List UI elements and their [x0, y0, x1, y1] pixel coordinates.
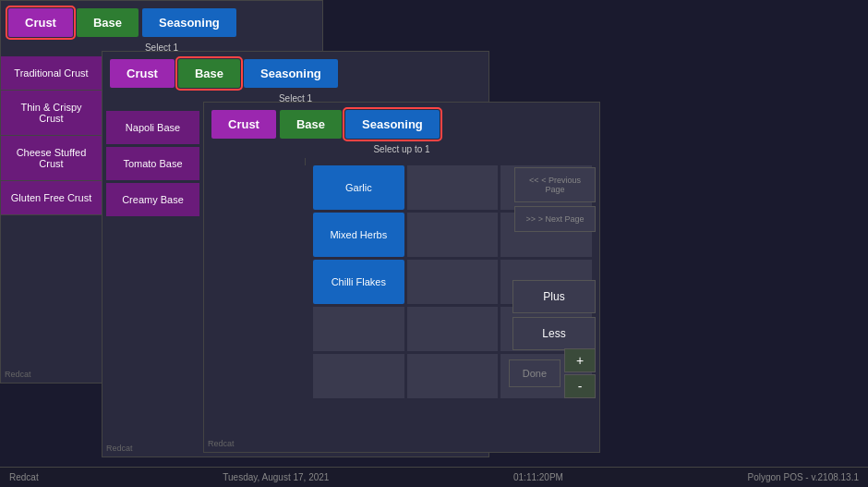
status-version: Polygon POS - v.2108.13.1 [748, 472, 859, 482]
tab-seasoning-2[interactable]: Seasoning [244, 59, 338, 88]
sidebar-thin-crispy-crust[interactable]: Thin & Crispy Crust [1, 91, 102, 136]
next-page-label: > Next Page [538, 214, 585, 224]
tab-seasoning-3[interactable]: Seasoning [345, 110, 440, 139]
tab-base-1[interactable]: Base [77, 8, 139, 37]
panel3-select-label: Select up to 1 [204, 142, 599, 158]
prev-page-label: < Previous Page [541, 176, 581, 194]
nav-buttons: << < Previous Page >> > Next Page [514, 167, 596, 232]
prev-page-btn[interactable]: << < Previous Page [514, 167, 596, 202]
empty-cell [407, 307, 499, 351]
btn-creamy-base[interactable]: Creamy Base [106, 183, 199, 216]
sidebar-gluten-free-crust[interactable]: Gluten Free Crust [1, 181, 102, 215]
action-buttons: Plus Less [512, 280, 596, 350]
tab-crust-3[interactable]: Crust [211, 110, 276, 139]
less-btn[interactable]: Less [512, 317, 596, 350]
done-qty-buttons: Done + - [509, 348, 596, 398]
tab-base-3[interactable]: Base [280, 110, 342, 139]
status-bar: Redcat Tuesday, August 17, 2021 01:11:20… [0, 467, 868, 487]
qty-plus-btn[interactable]: + [564, 348, 596, 372]
panel2-sidebar: Napoli Base Tomato Base Creamy Base [102, 107, 204, 223]
panel3-redcat: Redcat [208, 439, 235, 448]
next-page-btn[interactable]: >> > Next Page [514, 206, 596, 232]
qty-buttons: + - [564, 348, 596, 398]
sidebar-cheese-stuffed-crust[interactable]: Cheese Stuffed Crust [1, 136, 102, 181]
panel-seasoning: Crust Base Seasoning Select up to 1 Garl… [203, 102, 600, 453]
panel2-tabbar: Crust Base Seasoning [102, 52, 488, 91]
sidebar-traditional-crust[interactable]: Traditional Crust [1, 56, 102, 91]
empty-cell [407, 165, 499, 210]
panel3-main: Garlic Mixed Herbs Chilli Flakes << [306, 158, 599, 406]
empty-cell [313, 307, 404, 351]
btn-garlic[interactable]: Garlic [313, 165, 404, 210]
panel1-tabbar: Crust Base Seasoning [1, 1, 322, 41]
btn-chilli-flakes[interactable]: Chilli Flakes [313, 260, 404, 304]
btn-tomato-base[interactable]: Tomato Base [106, 147, 199, 180]
plus-btn[interactable]: Plus [512, 280, 596, 313]
tab-base-2[interactable]: Base [178, 59, 240, 88]
status-redcat: Redcat [9, 472, 39, 482]
empty-cell [313, 354, 404, 398]
panel3-sidebar [204, 158, 306, 165]
empty-cell [407, 260, 499, 304]
empty-cell [407, 213, 499, 257]
tab-crust-2[interactable]: Crust [110, 59, 175, 88]
btn-mixed-herbs[interactable]: Mixed Herbs [313, 213, 404, 257]
panel1-redcat: Redcat [5, 370, 31, 379]
left-arrow-icon: << [529, 176, 539, 185]
panel3-tabbar: Crust Base Seasoning [204, 103, 599, 142]
status-time: 01:11:20PM [513, 472, 563, 482]
done-btn[interactable]: Done [509, 359, 561, 387]
right-arrow-icon: >> [526, 214, 536, 224]
btn-napoli-base[interactable]: Napoli Base [106, 111, 199, 144]
qty-minus-btn[interactable]: - [564, 374, 596, 398]
panel1-sidebar: Traditional Crust Thin & Crispy Crust Ch… [1, 56, 102, 215]
tab-seasoning-1[interactable]: Seasoning [142, 8, 236, 37]
panel2-redcat: Redcat [106, 444, 133, 453]
tab-crust-1[interactable]: Crust [8, 8, 73, 37]
panel3-body: Garlic Mixed Herbs Chilli Flakes << [204, 158, 599, 406]
status-date: Tuesday, August 17, 2021 [223, 472, 329, 482]
empty-cell [407, 354, 499, 398]
